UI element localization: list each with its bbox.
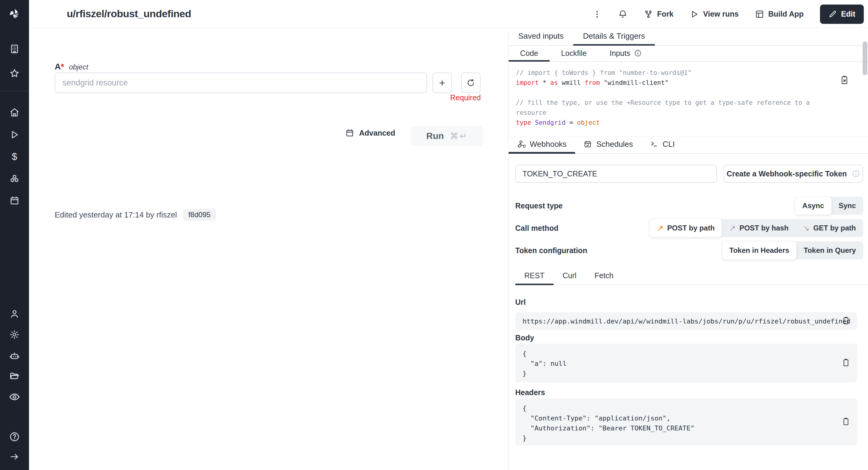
sidebar-item-audit-logs[interactable] [0,391,29,403]
page-title: u/rfiszel/robust_undefined [67,8,191,20]
code-token: as [550,79,558,86]
sidebar-item-workers[interactable] [0,350,29,362]
version-badge[interactable]: f8d095 [183,209,216,221]
token-config-label: Token configuration [515,246,587,255]
calendar-check-icon [584,140,592,148]
code-lines: // import { toWords } from "number-to-wo… [516,68,862,128]
sidebar-item-home[interactable] [0,106,29,118]
tab-webhooks[interactable]: Webhooks [508,136,575,154]
option-get-by-path[interactable]: ↘GET by path [796,219,863,237]
tab-curl[interactable]: Curl [554,271,586,285]
option-post-by-path[interactable]: ↗POST by path [650,219,722,237]
arrow-down-right-icon: ↘ [803,223,810,233]
copy-code-icon[interactable] [840,75,849,86]
sidebar-item-schedules[interactable] [0,195,29,206]
windmill-logo-icon[interactable] [0,4,29,24]
sidebar-item-help[interactable] [0,431,29,442]
option-async[interactable]: Async [795,197,832,215]
top-header: u/rfiszel/robust_undefined Fork View run… [29,0,868,28]
option-token-in-query[interactable]: Token in Query [797,241,863,259]
sidebar-item-resources[interactable] [0,173,29,185]
field-name: A [55,62,61,71]
copy-body-icon[interactable] [841,358,850,368]
code-token: * [539,79,550,86]
webhook-icon [517,140,526,148]
token-config-toggle: Token in Headers Token in Query [722,241,863,259]
body-label: Body [515,334,534,342]
sidebar-item-settings[interactable] [0,329,29,340]
tab-lockfile[interactable]: Lockfile [550,46,598,62]
required-asterisk: * [61,62,64,71]
bell-icon[interactable] [618,9,628,19]
copy-headers-icon[interactable] [841,417,850,427]
required-note: Required [433,93,481,102]
arrow-up-right-icon: ↗ [729,223,736,233]
sidebar-item-folders[interactable] [0,371,29,382]
code-token: object [577,119,600,126]
resource-input[interactable] [55,72,427,93]
sidebar-item-workspace[interactable] [0,43,29,55]
token-config-row: Token configuration Token in Headers Tok… [515,241,863,260]
tab-rest[interactable]: REST [515,271,554,285]
sidebar-item-favorites[interactable] [0,68,29,79]
code-line: import * as wmill from "windmill-client" [516,78,836,88]
code-token: from [585,79,600,86]
code-line: // fill the type, or use the +Resource t… [516,98,836,118]
content-split: A* object + Required Advanced Run ⌘↵ [29,28,868,470]
sidebar-item-users[interactable] [0,308,29,320]
tab-fetch[interactable]: Fetch [586,271,623,285]
add-resource-button[interactable]: + [433,72,452,93]
tab-saved-inputs[interactable]: Saved inputs [508,28,573,45]
create-webhook-token-button[interactable]: Create a Webhook-specific Token [724,165,863,183]
option-post-by-hash[interactable]: ↗POST by hash [722,219,796,237]
body-json: { "a": null } [523,349,850,378]
edited-text: Edited yesterday at 17:14 by rfiszel [55,210,177,220]
token-input[interactable] [515,165,717,183]
sidebar-item-runs[interactable] [0,129,29,140]
header-actions: Fork View runs Build App Edit [593,0,865,28]
headers-box: { "Content-Type": "application/json", "A… [515,399,857,445]
request-type-toggle: Async Sync [795,197,863,215]
code-token [531,119,535,126]
sidebar-divider [0,91,29,91]
option-token-in-headers[interactable]: Token in Headers [722,241,797,259]
details-panel: Saved inputs Details & Triggers Code Loc… [508,28,868,470]
code-token: import [516,79,539,86]
view-runs-button[interactable]: View runs [690,10,739,19]
option-sync[interactable]: Sync [832,197,863,215]
tab-code[interactable]: Code [508,46,550,62]
call-method-row: Call method ↗POST by path ↗POST by hash … [515,218,863,238]
code-token: Sendgrid [535,119,565,126]
edited-row: Edited yesterday at 17:14 by rfiszel f8d… [55,209,216,221]
kebab-menu-icon[interactable] [593,10,601,19]
field-label: A* object [55,62,88,71]
code-subtabs: Code Lockfile Inputs [508,46,868,62]
run-button[interactable]: Run ⌘↵ [411,126,483,146]
trigger-tabs: Webhooks Schedules CLI [508,136,868,154]
webhook-token-row: Create a Webhook-specific Token [515,165,863,183]
tab-schedules[interactable]: Schedules [575,136,641,154]
fork-button[interactable]: Fork [644,10,674,19]
run-shortcut: ⌘↵ [450,131,468,141]
sidebar-collapse-arrow[interactable] [0,451,29,463]
tab-cli[interactable]: CLI [642,136,683,154]
run-form-area: A* object + Required Advanced Run ⌘↵ [29,28,508,470]
advanced-button[interactable]: Advanced [345,128,395,137]
info-icon [634,49,642,57]
refresh-button[interactable] [461,72,480,93]
copy-url-icon[interactable] [841,316,850,326]
calendar-icon [345,128,354,137]
tab-inputs[interactable]: Inputs [598,46,653,62]
terminal-icon [650,140,658,148]
info-icon [852,169,860,178]
code-token: // import { toWords } from "number-to-wo… [516,69,692,76]
snippet-tabs: REST Curl Fetch [515,271,868,285]
sidebar-item-variables[interactable]: $ [0,151,29,162]
panel-scrollbar[interactable] [863,41,867,75]
build-app-button[interactable]: Build App [755,10,804,19]
edit-button[interactable]: Edit [820,4,864,24]
git-fork-icon [644,10,653,19]
code-token: = [565,119,577,126]
tab-details-triggers[interactable]: Details & Triggers [573,28,654,45]
code-token: "windmill-client" [600,79,669,86]
